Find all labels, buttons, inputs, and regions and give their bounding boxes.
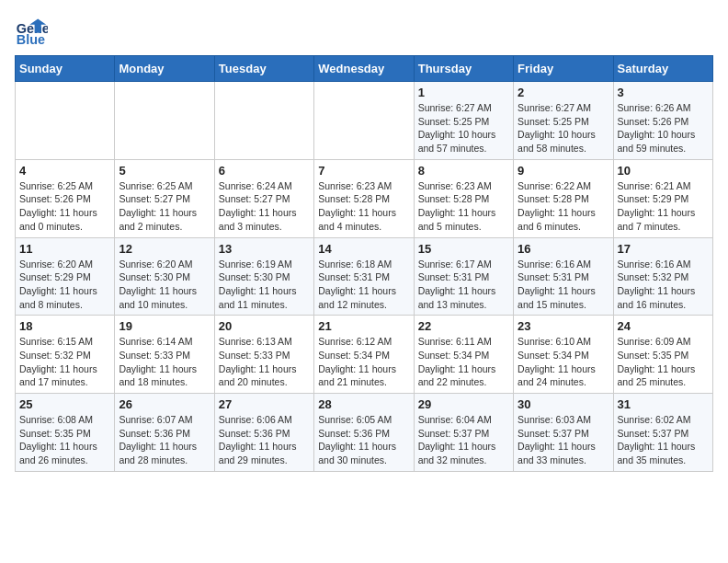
calendar-table: SundayMondayTuesdayWednesdayThursdayFrid… bbox=[15, 55, 713, 472]
day-info: Sunrise: 6:25 AM Sunset: 5:26 PM Dayligh… bbox=[19, 179, 110, 234]
day-number: 22 bbox=[418, 319, 509, 333]
calendar-cell: 28Sunrise: 6:05 AM Sunset: 5:36 PM Dayli… bbox=[314, 394, 414, 472]
day-number: 11 bbox=[19, 242, 110, 256]
day-number: 2 bbox=[518, 86, 609, 99]
day-info: Sunrise: 6:27 AM Sunset: 5:25 PM Dayligh… bbox=[518, 101, 609, 155]
column-header-friday: Friday bbox=[514, 56, 613, 82]
calendar-cell: 29Sunrise: 6:04 AM Sunset: 5:37 PM Dayli… bbox=[414, 394, 513, 472]
day-number: 7 bbox=[318, 164, 409, 178]
day-info: Sunrise: 6:17 AM Sunset: 5:31 PM Dayligh… bbox=[418, 258, 509, 312]
day-number: 21 bbox=[318, 319, 409, 333]
calendar-cell: 23Sunrise: 6:10 AM Sunset: 5:34 PM Dayli… bbox=[514, 316, 613, 394]
logo: General Blue bbox=[15, 15, 51, 48]
calendar-cell: 9Sunrise: 6:22 AM Sunset: 5:28 PM Daylig… bbox=[514, 159, 613, 237]
calendar-cell bbox=[314, 82, 414, 160]
column-header-monday: Monday bbox=[115, 56, 214, 82]
day-info: Sunrise: 6:10 AM Sunset: 5:34 PM Dayligh… bbox=[518, 335, 609, 389]
calendar-cell: 18Sunrise: 6:15 AM Sunset: 5:32 PM Dayli… bbox=[16, 316, 115, 394]
day-info: Sunrise: 6:20 AM Sunset: 5:30 PM Dayligh… bbox=[119, 258, 210, 312]
calendar-cell: 30Sunrise: 6:03 AM Sunset: 5:37 PM Dayli… bbox=[514, 394, 613, 472]
day-info: Sunrise: 6:02 AM Sunset: 5:37 PM Dayligh… bbox=[618, 413, 709, 467]
day-number: 17 bbox=[618, 242, 709, 256]
day-number: 29 bbox=[418, 397, 509, 411]
calendar-cell: 20Sunrise: 6:13 AM Sunset: 5:33 PM Dayli… bbox=[214, 316, 313, 394]
day-number: 4 bbox=[19, 164, 110, 178]
calendar-cell: 12Sunrise: 6:20 AM Sunset: 5:30 PM Dayli… bbox=[115, 237, 214, 316]
day-number: 10 bbox=[618, 164, 709, 178]
day-info: Sunrise: 6:14 AM Sunset: 5:33 PM Dayligh… bbox=[119, 335, 210, 389]
column-header-thursday: Thursday bbox=[414, 56, 513, 82]
svg-text:Blue: Blue bbox=[17, 32, 45, 47]
day-number: 12 bbox=[119, 242, 210, 256]
column-header-sunday: Sunday bbox=[16, 56, 115, 82]
column-header-tuesday: Tuesday bbox=[214, 56, 313, 82]
calendar-cell: 22Sunrise: 6:11 AM Sunset: 5:34 PM Dayli… bbox=[414, 316, 513, 394]
day-number: 8 bbox=[418, 164, 509, 178]
day-number: 18 bbox=[19, 319, 110, 333]
day-number: 27 bbox=[219, 397, 310, 411]
day-number: 6 bbox=[219, 164, 310, 178]
calendar-cell: 10Sunrise: 6:21 AM Sunset: 5:29 PM Dayli… bbox=[613, 159, 712, 237]
day-number: 16 bbox=[518, 242, 609, 256]
day-info: Sunrise: 6:13 AM Sunset: 5:33 PM Dayligh… bbox=[219, 335, 310, 389]
day-number: 1 bbox=[418, 86, 509, 99]
calendar-cell: 31Sunrise: 6:02 AM Sunset: 5:37 PM Dayli… bbox=[613, 394, 712, 472]
calendar-cell: 15Sunrise: 6:17 AM Sunset: 5:31 PM Dayli… bbox=[414, 237, 513, 316]
day-number: 13 bbox=[219, 242, 310, 256]
day-info: Sunrise: 6:12 AM Sunset: 5:34 PM Dayligh… bbox=[318, 335, 409, 389]
day-number: 5 bbox=[119, 164, 210, 178]
day-info: Sunrise: 6:26 AM Sunset: 5:26 PM Dayligh… bbox=[618, 101, 709, 155]
calendar-cell: 14Sunrise: 6:18 AM Sunset: 5:31 PM Dayli… bbox=[314, 237, 414, 316]
day-number: 23 bbox=[518, 319, 609, 333]
day-number: 28 bbox=[318, 397, 409, 411]
calendar-cell: 11Sunrise: 6:20 AM Sunset: 5:29 PM Dayli… bbox=[16, 237, 115, 316]
day-info: Sunrise: 6:04 AM Sunset: 5:37 PM Dayligh… bbox=[418, 413, 509, 467]
day-info: Sunrise: 6:18 AM Sunset: 5:31 PM Dayligh… bbox=[318, 258, 409, 312]
day-info: Sunrise: 6:08 AM Sunset: 5:35 PM Dayligh… bbox=[19, 413, 110, 467]
day-number: 14 bbox=[318, 242, 409, 256]
calendar-cell: 6Sunrise: 6:24 AM Sunset: 5:27 PM Daylig… bbox=[214, 159, 313, 237]
calendar-cell: 27Sunrise: 6:06 AM Sunset: 5:36 PM Dayli… bbox=[214, 394, 313, 472]
column-header-saturday: Saturday bbox=[613, 56, 712, 82]
calendar-cell bbox=[16, 82, 115, 160]
calendar-cell: 13Sunrise: 6:19 AM Sunset: 5:30 PM Dayli… bbox=[214, 237, 313, 316]
day-info: Sunrise: 6:07 AM Sunset: 5:36 PM Dayligh… bbox=[119, 413, 210, 467]
calendar-cell bbox=[115, 82, 214, 160]
calendar-cell: 26Sunrise: 6:07 AM Sunset: 5:36 PM Dayli… bbox=[115, 394, 214, 472]
day-info: Sunrise: 6:06 AM Sunset: 5:36 PM Dayligh… bbox=[219, 413, 310, 467]
day-number: 20 bbox=[219, 319, 310, 333]
calendar-cell: 4Sunrise: 6:25 AM Sunset: 5:26 PM Daylig… bbox=[16, 159, 115, 237]
calendar-cell: 7Sunrise: 6:23 AM Sunset: 5:28 PM Daylig… bbox=[314, 159, 414, 237]
logo-icon: General Blue bbox=[15, 15, 48, 48]
day-info: Sunrise: 6:22 AM Sunset: 5:28 PM Dayligh… bbox=[518, 179, 609, 234]
column-header-wednesday: Wednesday bbox=[314, 56, 414, 82]
day-info: Sunrise: 6:19 AM Sunset: 5:30 PM Dayligh… bbox=[219, 258, 310, 312]
calendar-cell: 2Sunrise: 6:27 AM Sunset: 5:25 PM Daylig… bbox=[514, 82, 613, 160]
day-info: Sunrise: 6:11 AM Sunset: 5:34 PM Dayligh… bbox=[418, 335, 509, 389]
day-info: Sunrise: 6:20 AM Sunset: 5:29 PM Dayligh… bbox=[19, 258, 110, 312]
day-number: 9 bbox=[518, 164, 609, 178]
day-info: Sunrise: 6:24 AM Sunset: 5:27 PM Dayligh… bbox=[219, 179, 310, 234]
day-info: Sunrise: 6:03 AM Sunset: 5:37 PM Dayligh… bbox=[518, 413, 609, 467]
day-info: Sunrise: 6:05 AM Sunset: 5:36 PM Dayligh… bbox=[318, 413, 409, 467]
calendar-cell: 17Sunrise: 6:16 AM Sunset: 5:32 PM Dayli… bbox=[613, 237, 712, 316]
day-info: Sunrise: 6:16 AM Sunset: 5:32 PM Dayligh… bbox=[618, 258, 709, 312]
calendar-cell: 24Sunrise: 6:09 AM Sunset: 5:35 PM Dayli… bbox=[613, 316, 712, 394]
day-number: 24 bbox=[618, 319, 709, 333]
day-info: Sunrise: 6:16 AM Sunset: 5:31 PM Dayligh… bbox=[518, 258, 609, 312]
day-number: 26 bbox=[119, 397, 210, 411]
calendar-cell: 21Sunrise: 6:12 AM Sunset: 5:34 PM Dayli… bbox=[314, 316, 414, 394]
day-info: Sunrise: 6:23 AM Sunset: 5:28 PM Dayligh… bbox=[418, 179, 509, 234]
day-number: 31 bbox=[618, 397, 709, 411]
calendar-cell: 3Sunrise: 6:26 AM Sunset: 5:26 PM Daylig… bbox=[613, 82, 712, 160]
calendar-cell: 5Sunrise: 6:25 AM Sunset: 5:27 PM Daylig… bbox=[115, 159, 214, 237]
day-number: 3 bbox=[618, 86, 709, 99]
calendar-cell: 25Sunrise: 6:08 AM Sunset: 5:35 PM Dayli… bbox=[16, 394, 115, 472]
calendar-cell: 16Sunrise: 6:16 AM Sunset: 5:31 PM Dayli… bbox=[514, 237, 613, 316]
day-info: Sunrise: 6:09 AM Sunset: 5:35 PM Dayligh… bbox=[618, 335, 709, 389]
day-number: 15 bbox=[418, 242, 509, 256]
calendar-cell bbox=[214, 82, 313, 160]
calendar-cell: 19Sunrise: 6:14 AM Sunset: 5:33 PM Dayli… bbox=[115, 316, 214, 394]
page-header: General Blue bbox=[15, 15, 713, 48]
day-number: 19 bbox=[119, 319, 210, 333]
